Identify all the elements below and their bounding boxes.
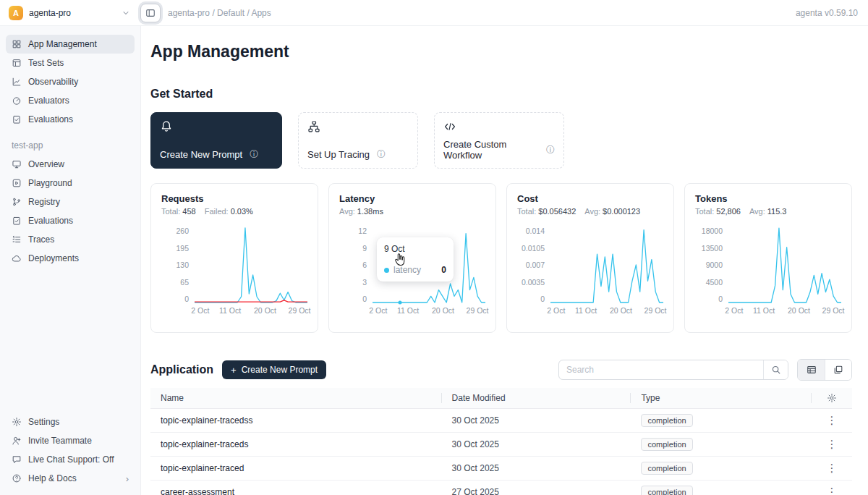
sidebar-item-invite-teammate[interactable]: Invite Teammate <box>6 431 135 450</box>
app-name: topic-explainer-traced <box>150 463 442 473</box>
grid-icon <box>12 39 22 49</box>
tokens-chart-plot[interactable] <box>728 227 841 302</box>
chevron-down-icon <box>122 9 130 17</box>
table-row[interactable]: topic-explainer-traced 30 Oct 2025 compl… <box>150 457 852 481</box>
application-heading: Application <box>150 363 213 376</box>
top-bar: A agenta-pro agenta-pro / Default / Apps… <box>0 0 868 26</box>
sidebar: App Management Test Sets Observability E… <box>0 26 141 495</box>
sidebar-item-label: Evaluations <box>28 216 73 226</box>
sidebar-item-registry[interactable]: Registry <box>6 192 135 211</box>
sidebar-panel-icon <box>145 8 156 18</box>
sidebar-item-live-chat-support[interactable]: Live Chat Support: Off <box>6 450 135 469</box>
card-view-icon <box>833 365 843 375</box>
x-axis: 2 Oct11 Oct20 Oct29 Oct <box>728 302 841 314</box>
x-axis: 2 Oct11 Oct20 Oct29 Oct <box>373 302 485 314</box>
sidebar-item-label: Deployments <box>28 253 79 263</box>
type-badge: completion <box>641 486 692 495</box>
sidebar-item-deployments[interactable]: Deployments <box>6 249 135 268</box>
search-input[interactable] <box>559 360 763 379</box>
metric-card-latency: Latency Avg:1.38ms 129630 9 Oct <box>328 183 496 333</box>
help-circle-icon <box>12 473 22 483</box>
info-icon[interactable]: ⓘ <box>250 148 258 161</box>
card-label: Set Up Tracing <box>307 149 370 160</box>
sidebar-item-overview[interactable]: Overview <box>6 155 135 174</box>
table-body: topic-explainer-tracedss 30 Oct 2025 com… <box>150 409 852 495</box>
clipboard-check-icon <box>12 216 22 226</box>
date-modified: 30 Oct 2025 <box>442 439 631 449</box>
tooltip-series-label: latency <box>393 265 437 275</box>
sidebar-item-label: Evaluations <box>28 114 73 124</box>
metric-title: Latency <box>339 193 485 204</box>
sidebar-item-traces[interactable]: Traces <box>6 230 135 249</box>
get-started-cards: Create New Prompt ⓘ Set Up Tracing ⓘ Cre… <box>150 112 852 169</box>
gauge-icon <box>12 96 22 106</box>
create-new-prompt-card[interactable]: Create New Prompt ⓘ <box>150 112 282 169</box>
series-dot-icon <box>384 268 389 273</box>
main-content: App Management Get Started Create New Pr… <box>141 26 868 495</box>
metric-stats: Total:458 Failed:0.03% <box>161 207 307 216</box>
more-actions-icon[interactable]: ⋮ <box>823 462 841 475</box>
y-axis: 0.0140.01050.0070.00350 <box>517 227 545 302</box>
play-square-icon <box>12 178 22 188</box>
breadcrumb[interactable]: agenta-pro / Default / Apps <box>168 8 796 18</box>
chart-tooltip: 9 Oct latency 0 <box>377 237 454 282</box>
sidebar-item-evaluations[interactable]: Evaluations <box>6 110 135 129</box>
clipboard-check-icon <box>12 114 22 124</box>
metric-stats: Total:$0.056432 Avg:$0.000123 <box>517 207 663 216</box>
sidebar-item-label: Help & Docs <box>28 473 77 483</box>
column-settings-icon[interactable] <box>827 393 837 403</box>
create-custom-workflow-card[interactable]: Create Custom Workflow ⓘ <box>434 112 564 169</box>
card-label: Create Custom Workflow <box>443 139 539 161</box>
chat-bubble-icon <box>12 454 22 465</box>
sidebar-toggle-button[interactable] <box>140 4 161 22</box>
create-new-prompt-button[interactable]: + Create New Prompt <box>222 360 326 379</box>
app-name: topic-explainer-tracedss <box>150 415 442 426</box>
search-button[interactable] <box>763 360 788 379</box>
more-actions-icon[interactable]: ⋮ <box>823 486 841 495</box>
sidebar-item-test-sets[interactable]: Test Sets <box>6 54 135 72</box>
info-icon[interactable]: ⓘ <box>546 144 555 156</box>
sidebar-item-playground[interactable]: Playground <box>6 174 135 192</box>
app-name: topic-explainer-traceds <box>150 439 442 449</box>
sidebar-section-label: test-app <box>12 140 135 151</box>
sidebar-item-app-evaluations[interactable]: Evaluations <box>6 211 135 230</box>
branch-icon <box>12 197 22 207</box>
get-started-heading: Get Started <box>150 88 852 101</box>
sidebar-item-evaluators[interactable]: Evaluators <box>6 91 135 110</box>
info-icon[interactable]: ⓘ <box>377 148 386 161</box>
table-row[interactable]: topic-explainer-traceds 30 Oct 2025 comp… <box>150 433 852 457</box>
user-add-icon <box>12 436 22 446</box>
workspace-switcher[interactable]: A agenta-pro <box>0 0 137 25</box>
cloud-icon <box>12 253 22 263</box>
type-badge: completion <box>641 414 692 427</box>
line-chart-icon <box>12 77 22 87</box>
tracing-nodes-icon <box>307 120 320 133</box>
plus-icon: + <box>231 365 237 376</box>
tooltip-date: 9 Oct <box>384 244 446 254</box>
sidebar-item-help-docs[interactable]: Help & Docs › <box>6 469 135 488</box>
y-axis: 1800013500900045000 <box>695 227 723 302</box>
workspace-avatar: A <box>9 6 23 20</box>
sidebar-item-app-management[interactable]: App Management <box>6 35 135 54</box>
table-view-button[interactable] <box>798 360 825 380</box>
table-row[interactable]: career-assessment 27 Oct 2025 completion… <box>150 481 852 495</box>
table-row[interactable]: topic-explainer-tracedss 30 Oct 2025 com… <box>150 409 852 433</box>
date-modified: 30 Oct 2025 <box>442 415 631 426</box>
cost-chart-plot[interactable] <box>550 227 663 302</box>
metrics-row: Requests Total:458 Failed:0.03% 26019513… <box>150 183 852 333</box>
x-axis: 2 Oct11 Oct20 Oct29 Oct <box>550 302 663 314</box>
column-type: Type <box>631 388 812 408</box>
more-actions-icon[interactable]: ⋮ <box>823 414 841 427</box>
sidebar-item-label: Overview <box>28 159 64 169</box>
metric-stats: Avg:1.38ms <box>339 207 485 216</box>
more-actions-icon[interactable]: ⋮ <box>823 438 841 451</box>
sidebar-item-observability[interactable]: Observability <box>6 72 135 91</box>
set-up-tracing-card[interactable]: Set Up Tracing ⓘ <box>298 112 418 169</box>
metric-stats: Total:52,806 Avg:115.3 <box>695 207 841 216</box>
card-view-button[interactable] <box>825 360 851 380</box>
prompt-bell-icon <box>160 120 173 133</box>
view-toggle <box>797 359 852 381</box>
sidebar-item-settings[interactable]: Settings <box>6 412 135 431</box>
requests-chart-plot[interactable] <box>195 227 307 302</box>
sidebar-item-label: Evaluators <box>28 96 69 106</box>
